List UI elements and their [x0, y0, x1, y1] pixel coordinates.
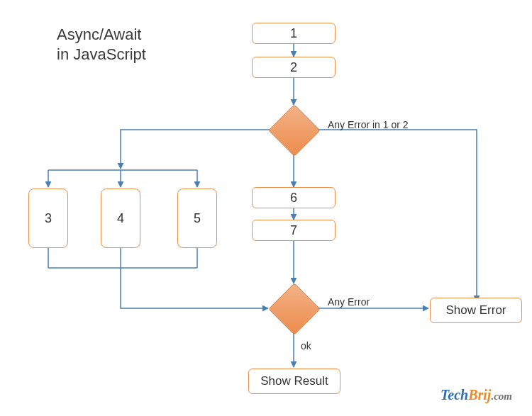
step-4-label: 4	[117, 211, 124, 226]
show-result-box: Show Result	[248, 369, 340, 394]
step-7: 7	[252, 220, 336, 241]
brand-part-1: Tech	[440, 387, 468, 403]
diagram-title: Async/Await in JavaScript	[57, 25, 146, 64]
step-1-label: 1	[290, 26, 297, 41]
step-5-label: 5	[194, 211, 201, 226]
brand-logo: TechBrij.com	[440, 387, 512, 403]
label-any-error-1-2: Any Error in 1 or 2	[328, 119, 409, 130]
step-5: 5	[177, 189, 217, 248]
step-2: 2	[252, 57, 336, 78]
diagram-canvas: Async/Await in JavaScript	[0, 0, 532, 416]
brand-part-2: Brij	[468, 387, 491, 403]
show-result-label: Show Result	[260, 374, 328, 388]
brand-part-3: .com	[491, 390, 512, 402]
show-error-box: Show Error	[430, 298, 522, 323]
title-line-2: in JavaScript	[57, 45, 146, 64]
step-3: 3	[28, 189, 68, 248]
label-any-error: Any Error	[328, 296, 370, 308]
decision-1	[269, 105, 318, 154]
show-error-label: Show Error	[445, 303, 506, 317]
diamond-icon	[268, 283, 321, 335]
step-3-label: 3	[45, 211, 52, 226]
decision-2	[269, 283, 318, 333]
label-ok: ok	[301, 340, 311, 352]
step-6-label: 6	[290, 191, 297, 206]
step-4: 4	[101, 189, 140, 248]
step-1: 1	[252, 23, 336, 44]
title-line-1: Async/Await	[57, 25, 146, 45]
step-7-label: 7	[290, 223, 297, 238]
step-2-label: 2	[290, 60, 297, 75]
step-6: 6	[252, 187, 336, 208]
diamond-icon	[268, 104, 321, 157]
